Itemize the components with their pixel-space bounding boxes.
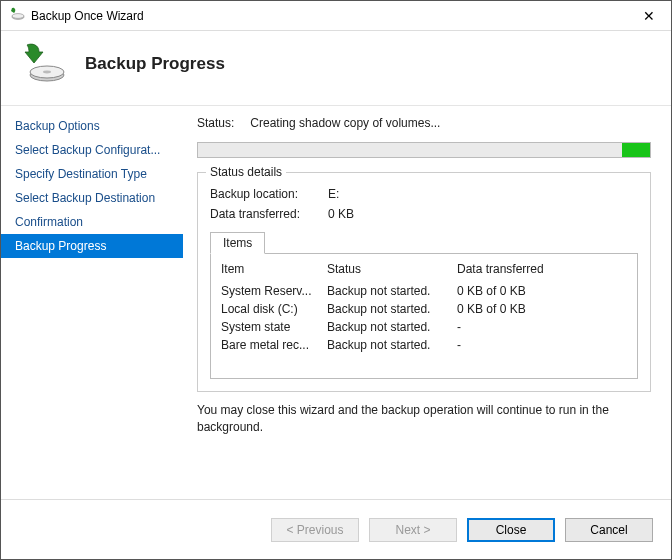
- cell-status: Backup not started.: [327, 320, 457, 334]
- sidebar-item-backup-destination[interactable]: Select Backup Destination: [1, 186, 183, 210]
- close-button[interactable]: Close: [467, 518, 555, 542]
- page-title: Backup Progress: [85, 54, 225, 74]
- col-header-status: Status: [327, 262, 457, 276]
- progress-bar: [197, 142, 651, 158]
- tab-items[interactable]: Items: [210, 232, 265, 254]
- status-details-group: Status details Backup location: E: Data …: [197, 172, 651, 392]
- table-row: Local disk (C:) Backup not started. 0 KB…: [221, 300, 627, 318]
- window-title: Backup Once Wizard: [31, 9, 144, 23]
- cancel-button[interactable]: Cancel: [565, 518, 653, 542]
- backup-location-value: E:: [328, 187, 339, 201]
- sidebar-item-select-configuration[interactable]: Select Backup Configurat...: [1, 138, 183, 162]
- table-row: System Reserv... Backup not started. 0 K…: [221, 282, 627, 300]
- status-label: Status:: [197, 116, 234, 130]
- wizard-footer: < Previous Next > Close Cancel: [1, 499, 671, 559]
- previous-button: < Previous: [271, 518, 359, 542]
- svg-point-4: [43, 71, 51, 74]
- titlebar: Backup Once Wizard ✕: [1, 1, 671, 31]
- cell-data: 0 KB of 0 KB: [457, 302, 627, 316]
- next-button: Next >: [369, 518, 457, 542]
- data-transferred-label: Data transferred:: [210, 207, 328, 221]
- cell-data: 0 KB of 0 KB: [457, 284, 627, 298]
- wizard-window: Backup Once Wizard ✕ Backup Progress Bac…: [0, 0, 672, 560]
- col-header-data: Data transferred: [457, 262, 627, 276]
- svg-point-1: [12, 13, 24, 18]
- wizard-steps-sidebar: Backup Options Select Backup Configurat.…: [1, 105, 183, 499]
- table-row: System state Backup not started. -: [221, 318, 627, 336]
- cell-item: Bare metal rec...: [221, 338, 327, 352]
- close-note: You may close this wizard and the backup…: [197, 402, 651, 436]
- items-tabs: Items Item Status Data transferred Syste…: [210, 231, 638, 379]
- cell-data: -: [457, 320, 627, 334]
- table-header: Item Status Data transferred: [221, 262, 627, 276]
- cell-status: Backup not started.: [327, 284, 457, 298]
- cell-item: Local disk (C:): [221, 302, 327, 316]
- sidebar-item-backup-options[interactable]: Backup Options: [1, 114, 183, 138]
- status-details-title: Status details: [206, 165, 286, 179]
- items-table: Item Status Data transferred System Rese…: [210, 253, 638, 379]
- titlebar-left: Backup Once Wizard: [9, 6, 144, 26]
- cell-status: Backup not started.: [327, 338, 457, 352]
- backup-location-label: Backup location:: [210, 187, 328, 201]
- main-panel: Status: Creating shadow copy of volumes.…: [183, 105, 671, 499]
- sidebar-item-confirmation[interactable]: Confirmation: [1, 210, 183, 234]
- app-icon: [9, 6, 25, 26]
- cell-data: -: [457, 338, 627, 352]
- window-close-button[interactable]: ✕: [627, 1, 671, 31]
- sidebar-item-backup-progress[interactable]: Backup Progress: [1, 234, 183, 258]
- close-icon: ✕: [643, 9, 655, 23]
- progress-fill: [622, 143, 650, 157]
- data-transferred-value: 0 KB: [328, 207, 354, 221]
- sidebar-item-destination-type[interactable]: Specify Destination Type: [1, 162, 183, 186]
- cell-item: System Reserv...: [221, 284, 327, 298]
- status-value: Creating shadow copy of volumes...: [250, 116, 440, 130]
- content-area: Backup Options Select Backup Configurat.…: [1, 105, 671, 499]
- wizard-header: Backup Progress: [1, 31, 671, 105]
- cell-item: System state: [221, 320, 327, 334]
- table-row: Bare metal rec... Backup not started. -: [221, 336, 627, 354]
- col-header-item: Item: [221, 262, 327, 276]
- data-transferred-row: Data transferred: 0 KB: [210, 207, 638, 221]
- backup-location-row: Backup location: E:: [210, 187, 638, 201]
- status-row: Status: Creating shadow copy of volumes.…: [197, 116, 651, 130]
- wizard-icon: [21, 41, 67, 87]
- cell-status: Backup not started.: [327, 302, 457, 316]
